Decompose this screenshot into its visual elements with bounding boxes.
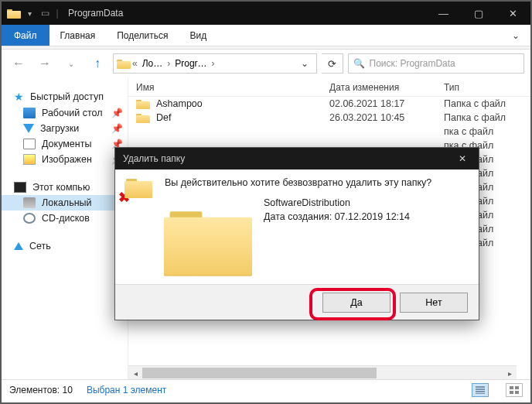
file-name: Def [156, 112, 171, 123]
folder-delete-icon: ✖ [124, 177, 152, 199]
forward-button[interactable]: → [34, 53, 56, 74]
dialog-close-button[interactable]: ✕ [446, 148, 479, 169]
view-details-button[interactable] [472, 383, 489, 397]
sidebar-item-pictures[interactable]: Изображен📌 [2, 152, 128, 167]
crumb-2[interactable]: Progr… [172, 58, 210, 69]
disk-icon [23, 197, 36, 208]
dialog-message: Вы действительно хотите безвозвратно уда… [165, 177, 469, 188]
up-button[interactable]: ↑ [87, 53, 108, 74]
folder-icon [136, 112, 150, 123]
file-date: 26.03.2021 10:45 [329, 112, 444, 123]
recent-button[interactable]: ⌄ [60, 53, 82, 74]
crumb-1[interactable]: Ло… [139, 58, 166, 69]
search-icon: 🔍 [353, 58, 365, 69]
delete-folder-dialog: Удалить папку ✕ ✖ Вы действительно хотит… [114, 147, 479, 320]
dialog-target-date: Дата создания: 07.12.2019 12:14 [264, 210, 469, 224]
status-selected: Выбран 1 элемент [87, 385, 166, 395]
sidebar-network[interactable]: Сеть [2, 238, 128, 254]
folder-large-icon [164, 208, 252, 279]
sidebar-item-label: Документы [42, 139, 91, 149]
scrollbar-thumb[interactable] [142, 368, 377, 378]
path-box[interactable]: « Ло… › Progr… › ⌄ [113, 53, 317, 74]
document-icon [23, 139, 36, 149]
scroll-right-icon[interactable]: ▸ [503, 366, 517, 380]
tab-view[interactable]: Вид [179, 25, 217, 46]
file-type: пка с файл [444, 126, 530, 137]
sidebar-item-label: Быстрый доступ [30, 91, 104, 102]
search-placeholder: Поиск: ProgramData [370, 58, 455, 69]
sidebar-item-label: CD-дисков [42, 213, 90, 224]
dialog-icon-area: ✖ [124, 177, 155, 224]
col-type[interactable]: Тип [444, 82, 530, 93]
path-dropdown-icon[interactable]: ⌄ [296, 58, 313, 69]
sidebar-item-label: Изображен [42, 154, 92, 165]
ribbon: Файл Главная Поделиться Вид ⌄ [2, 25, 530, 46]
pin-icon: 📌 [111, 123, 128, 134]
sidebar-item-downloads[interactable]: Загрузки📌 [2, 121, 128, 136]
no-button[interactable]: Нет [400, 293, 468, 313]
network-icon [14, 242, 23, 250]
sidebar-item-local-disk[interactable]: Локальный [2, 195, 128, 211]
sidebar-this-pc[interactable]: Этот компью [2, 180, 128, 195]
pc-icon [14, 182, 26, 193]
close-button[interactable]: ✕ [496, 2, 530, 25]
star-icon: ★ [14, 91, 24, 103]
address-bar: ← → ⌄ ↑ « Ло… › Progr… › ⌄ ⟳ 🔍 Поиск: Pr… [2, 50, 530, 77]
qat-down-icon[interactable]: ▾ [23, 4, 36, 22]
table-row[interactable]: Def26.03.2021 10:45Папка с файл [128, 111, 530, 125]
col-date[interactable]: Дата изменения [329, 82, 444, 93]
path-folder-icon [117, 58, 131, 69]
sidebar-item-cd[interactable]: CD-дисков [2, 211, 128, 226]
qat-props-icon[interactable]: ▭ [36, 4, 54, 22]
folder-icon [136, 98, 150, 109]
horizontal-scrollbar[interactable]: ◂ ▸ [128, 365, 517, 379]
details-icon [476, 386, 485, 394]
dialog-title: Удалить папку [123, 153, 185, 164]
file-name: Ashampoo [156, 98, 203, 109]
svg-rect-2 [510, 391, 513, 394]
view-large-button[interactable] [506, 383, 523, 397]
sidebar-item-label: Загрузки [40, 123, 79, 134]
chevron-right-icon[interactable]: › [165, 58, 172, 69]
sidebar-item-documents[interactable]: Документы📌 [2, 136, 128, 152]
dialog-titlebar: Удалить папку ✕ [115, 148, 479, 169]
file-type: Папка с файл [444, 98, 530, 109]
path-sep: « [131, 58, 139, 69]
svg-rect-0 [510, 386, 513, 389]
explorer-window: ▾ ▭ | ProgramData — ▢ ✕ Файл Главная Под… [0, 0, 532, 404]
picture-icon [23, 154, 36, 165]
yes-button[interactable]: Да [322, 293, 390, 313]
sidebar-item-label: Рабочий стол [42, 108, 102, 118]
col-name[interactable]: Имя [136, 82, 329, 93]
search-input[interactable]: 🔍 Поиск: ProgramData [348, 53, 525, 74]
tab-share[interactable]: Поделиться [106, 25, 179, 46]
minimize-button[interactable]: — [426, 2, 461, 25]
sidebar-item-label: Этот компью [32, 182, 90, 193]
x-icon: ✖ [118, 191, 131, 204]
pin-icon: 📌 [111, 108, 128, 118]
svg-rect-3 [515, 391, 519, 394]
ribbon-expand-icon[interactable]: ⌄ [501, 25, 530, 46]
cd-icon [23, 213, 36, 224]
sidebar: ★Быстрый доступ Рабочий стол📌 Загрузки📌 … [2, 77, 128, 379]
qat-sep: | [54, 4, 60, 22]
scroll-left-icon[interactable]: ◂ [128, 366, 142, 380]
window-title: ProgramData [60, 8, 123, 19]
table-row[interactable]: Ashampoo02.06.2021 18:17Папка с файл [128, 97, 530, 111]
sidebar-item-desktop[interactable]: Рабочий стол📌 [2, 105, 128, 121]
file-date: 02.06.2021 18:17 [329, 98, 444, 109]
sidebar-quick-access[interactable]: ★Быстрый доступ [2, 88, 128, 105]
tab-home[interactable]: Главная [49, 25, 107, 46]
desktop-icon [23, 108, 36, 118]
back-button[interactable]: ← [8, 53, 29, 74]
maximize-button[interactable]: ▢ [461, 2, 496, 25]
table-row[interactable]: ..пка с файл [128, 125, 530, 139]
file-tab[interactable]: Файл [2, 25, 49, 46]
status-bar: Элементов: 10 Выбран 1 элемент [2, 379, 530, 399]
status-count: Элементов: 10 [9, 385, 73, 395]
download-icon [23, 124, 34, 133]
refresh-button[interactable]: ⟳ [322, 53, 343, 74]
column-headers[interactable]: Имя Дата изменения Тип [128, 77, 530, 97]
titlebar: ▾ ▭ | ProgramData — ▢ ✕ [2, 2, 530, 25]
chevron-right-icon[interactable]: › [210, 58, 217, 69]
